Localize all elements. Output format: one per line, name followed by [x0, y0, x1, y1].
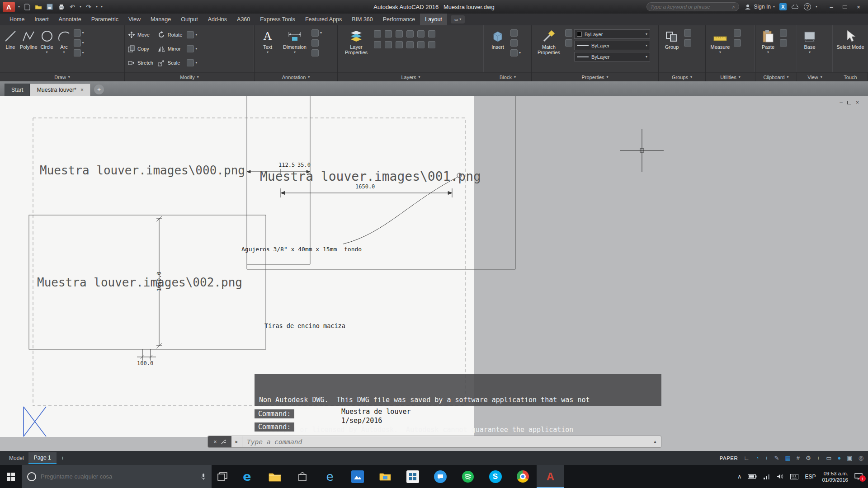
panel-label-groups[interactable]: Groups▾ [659, 72, 705, 81]
panel-label-clipboard[interactable]: Clipboard▾ [755, 72, 797, 81]
transparency-icon[interactable] [565, 39, 572, 47]
layer-isolate-icon[interactable] [385, 30, 392, 38]
doc-close-icon[interactable]: × [856, 99, 859, 106]
customize-icon[interactable]: + [817, 455, 821, 461]
show-hidden-icons[interactable]: ∧ [737, 473, 742, 480]
panel-label-utilities[interactable]: Utilities▾ [706, 72, 755, 81]
tab-view[interactable]: View [123, 14, 146, 25]
hatch-tool-icon[interactable] [74, 49, 81, 56]
panel-label-modify[interactable]: Modify▾ [125, 72, 254, 81]
tab-performance[interactable]: Performance [378, 14, 420, 25]
graphics-performance-icon[interactable]: ● [838, 455, 841, 461]
new-file-icon[interactable] [23, 3, 31, 11]
recent-commands-caret[interactable]: ▸ [231, 436, 242, 447]
doc-minimize-icon[interactable]: – [840, 99, 843, 106]
layer-freeze-icon[interactable] [396, 30, 403, 38]
layer-properties-button[interactable]: Layer Properties [340, 28, 372, 55]
ellipse-tool-icon[interactable] [74, 39, 81, 47]
redo-icon[interactable]: ↷ [85, 3, 93, 11]
new-drawing-tab-button[interactable]: + [94, 84, 104, 94]
taskbar-autocad[interactable]: A [537, 465, 564, 488]
id-point-icon[interactable] [734, 39, 741, 47]
exchange-apps-icon[interactable]: X [779, 3, 787, 10]
volume-icon[interactable] [777, 474, 784, 479]
layer-on-icon[interactable] [374, 41, 381, 48]
command-expand-icon[interactable]: ▲ [649, 436, 661, 447]
tab-addins[interactable]: Add-ins [203, 14, 232, 25]
task-view-button[interactable] [212, 465, 233, 488]
file-tab-start[interactable]: Start [5, 84, 30, 96]
paste-button[interactable]: Paste ▾ [758, 28, 778, 54]
file-tab-close-icon[interactable]: × [80, 87, 84, 93]
polyline-button[interactable]: Polyline [20, 28, 38, 50]
command-close-icon[interactable]: × [213, 439, 217, 445]
app-menu-caret-icon[interactable]: ▾ [18, 5, 20, 9]
layer-walk-icon[interactable] [428, 41, 435, 48]
layer-match-icon[interactable] [417, 30, 425, 38]
layer-lock-icon[interactable] [406, 30, 414, 38]
minimize-button[interactable]: – [825, 1, 838, 12]
panel-label-annotation[interactable]: Annotation▾ [255, 72, 337, 81]
display-icon[interactable]: ▭ [826, 455, 831, 461]
tab-output[interactable]: Output [176, 14, 203, 25]
file-tab-active[interactable]: Muestra louver* × [30, 84, 90, 96]
table-tool-icon[interactable] [311, 39, 319, 47]
tab-bim360[interactable]: BIM 360 [347, 14, 378, 25]
properties-list-icon[interactable] [565, 29, 572, 37]
quick-calc-icon[interactable] [734, 29, 741, 37]
group-edit-icon[interactable] [684, 39, 691, 47]
clean-screen-icon[interactable]: ◎ [859, 455, 863, 461]
cortana-search-box[interactable] [22, 465, 212, 488]
taskbar-edge[interactable]: e [233, 465, 261, 488]
object-color-dropdown[interactable]: ByLayer ▾ [574, 29, 650, 39]
copy-clip-icon[interactable] [780, 39, 787, 47]
qat-customize-caret-icon[interactable]: ▾ [101, 5, 103, 9]
leader-tool-icon[interactable] [311, 29, 319, 37]
match-properties-button[interactable]: Match Properties [534, 28, 563, 55]
layer-thaw-icon[interactable] [396, 41, 403, 48]
undo-icon[interactable]: ↶ [68, 3, 76, 11]
command-input[interactable] [242, 438, 649, 446]
panel-label-block[interactable]: Block▾ [484, 72, 531, 81]
measure-button[interactable]: Measure ▾ [708, 28, 732, 54]
lineweight-dropdown[interactable]: ByLayer ▾ [574, 41, 650, 50]
panel-label-draw[interactable]: Draw▾ [0, 72, 124, 81]
help-icon[interactable]: ? [804, 3, 811, 10]
line-button[interactable]: Line [3, 28, 18, 50]
a360-cloud-icon[interactable] [791, 3, 799, 11]
taskbar-file-explorer[interactable] [261, 465, 288, 488]
isolate-objects-icon[interactable]: ▣ [847, 455, 852, 461]
taskbar-skype[interactable]: S [481, 465, 509, 488]
group-button[interactable]: Group [661, 28, 682, 50]
language-indicator[interactable]: ESP [805, 474, 816, 480]
annotation-extra-icon[interactable] [311, 49, 319, 56]
command-line-bar[interactable]: × ▸ ▲ [208, 436, 661, 448]
maximize-button[interactable] [838, 1, 852, 12]
taskbar-spotify[interactable] [454, 465, 481, 488]
taskbar-internet-explorer[interactable]: e [316, 465, 344, 488]
layer-off-icon[interactable] [374, 30, 381, 38]
ribbon-display-toggle[interactable]: ▭▾ [451, 15, 465, 23]
panel-label-touch[interactable]: Touch [833, 72, 868, 81]
clock[interactable]: 09:53 a.m. 01/09/2016 [822, 470, 848, 483]
array-tool-icon[interactable] [187, 59, 194, 66]
crosshair-toggle-icon[interactable]: + [765, 455, 769, 461]
layer-current-icon[interactable] [417, 41, 425, 48]
insert-button[interactable]: Insert [487, 28, 509, 50]
grid-icon[interactable]: # [797, 455, 800, 461]
taskbar-store[interactable] [288, 465, 316, 488]
tab-manage[interactable]: Manage [146, 14, 176, 25]
layout-tab-page1[interactable]: Page 1 [28, 452, 57, 464]
autocad-logo-menu[interactable]: A [3, 2, 15, 12]
panel-label-view[interactable]: View▾ [797, 72, 833, 81]
arc-button[interactable]: Arc ▾ [57, 28, 72, 54]
stretch-button[interactable]: Stretch [127, 59, 153, 66]
cut-icon[interactable] [780, 29, 787, 37]
tab-layout[interactable]: Layout [420, 14, 447, 25]
battery-icon[interactable] [748, 474, 757, 479]
undo-caret-icon[interactable]: ▾ [80, 5, 81, 9]
base-button[interactable]: Base ▾ [800, 28, 820, 54]
taskbar-chrome[interactable] [509, 465, 537, 488]
drafting-coords-icon[interactable]: ∟ [744, 455, 750, 461]
circle-button[interactable]: Circle ▾ [39, 28, 55, 54]
